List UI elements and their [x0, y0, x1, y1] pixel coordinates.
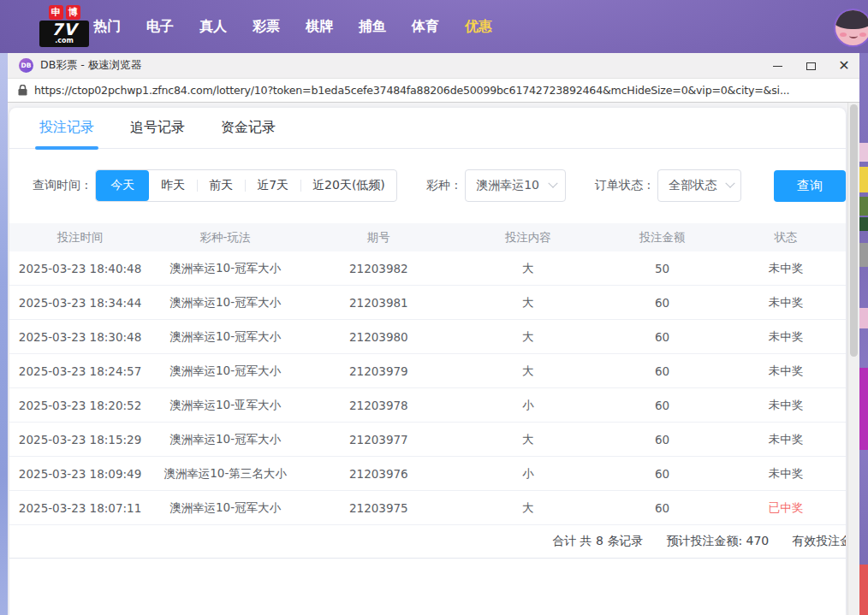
vertical-scrollbar[interactable] [847, 103, 859, 615]
nav-item-棋牌[interactable]: 棋牌 [305, 18, 334, 36]
summary-expected-amount: 预计投注金额: 470 [666, 534, 769, 549]
cell-status: 未中奖 [726, 364, 846, 379]
background-left-sliver [0, 53, 8, 615]
cell-content: 大 [458, 432, 598, 447]
cell-amount: 50 [598, 262, 726, 275]
cell-game: 澳洲幸运10-冠军大小 [151, 295, 300, 310]
nav-item-真人[interactable]: 真人 [199, 18, 228, 36]
table-row[interactable]: 2025-03-23 18:15:29澳洲幸运10-冠军大小21203977大6… [9, 423, 846, 457]
tab-追号记录[interactable]: 追号记录 [130, 108, 185, 148]
table-row[interactable]: 2025-03-23 18:40:48澳洲幸运10-冠军大小21203982大5… [9, 251, 846, 286]
table-row[interactable]: 2025-03-23 18:20:52澳洲幸运10-亚军大小21203978小6… [9, 388, 846, 423]
cell-content: 大 [458, 364, 598, 379]
logo-badge-2: 博 [66, 5, 80, 20]
table-header-row: 投注时间彩种-玩法期号投注内容投注金额状态 [9, 223, 846, 251]
cell-issue: 21203976 [300, 467, 458, 481]
cell-game: 澳洲幸运10-冠军大小 [151, 364, 300, 379]
table-row[interactable]: 2025-03-23 18:09:49澳洲幸运10-第三名大小21203976小… [9, 457, 846, 491]
cell-status: 未中奖 [726, 398, 846, 413]
cell-status: 已中奖 [726, 500, 846, 516]
logo-suffix-text: .com [41, 38, 87, 46]
cell-game: 澳洲幸运10-冠军大小 [151, 500, 300, 516]
time-option-昨天[interactable]: 昨天 [149, 170, 197, 201]
browser-window: DB DB彩票 - 极速浏览器 ✕ https://ctop02pchwp1.z… [8, 53, 859, 615]
tab-资金记录[interactable]: 资金记录 [221, 108, 276, 148]
header-cell-投注时间: 投注时间 [9, 230, 151, 245]
cell-status: 未中奖 [726, 466, 846, 482]
cell-time: 2025-03-23 18:20:52 [9, 399, 151, 412]
browser-urlbar[interactable]: https://ctop02pchwp1.zfnc84.com/lottery/… [8, 79, 859, 103]
url-text[interactable]: https://ctop02pchwp1.zfnc84.com/lottery/… [34, 84, 789, 97]
cell-time: 2025-03-23 18:15:29 [9, 433, 151, 446]
time-option-前天[interactable]: 前天 [197, 170, 245, 201]
nav-item-彩票[interactable]: 彩票 [252, 18, 281, 36]
chevron-down-icon [726, 179, 735, 188]
nav-item-热门[interactable]: 热门 [92, 18, 122, 36]
favicon-icon: DB [19, 58, 33, 73]
scrollbar-thumb[interactable] [850, 104, 858, 357]
lottery-filter-label: 彩种 : [426, 178, 458, 193]
avatar-hair [834, 9, 868, 29]
header-cell-投注内容: 投注内容 [458, 230, 598, 245]
nav-item-电子[interactable]: 电子 [146, 18, 175, 36]
cell-issue: 21203977 [300, 433, 458, 446]
cell-issue: 21203980 [300, 330, 458, 344]
lottery-select-value: 澳洲幸运10 [476, 178, 539, 193]
header-cell-彩种-玩法: 彩种-玩法 [151, 230, 300, 245]
browser-titlebar[interactable]: DB DB彩票 - 极速浏览器 ✕ [8, 53, 859, 79]
maximize-button[interactable] [804, 59, 817, 73]
table-row[interactable]: 2025-03-23 18:24:57澳洲幸运10-冠军大小21203979大6… [9, 354, 846, 388]
cell-issue: 21203978 [300, 399, 458, 412]
cell-time: 2025-03-23 18:30:48 [9, 330, 151, 344]
window-title: DB彩票 - 极速浏览器 [40, 58, 141, 73]
cell-time: 2025-03-23 18:09:49 [9, 467, 151, 481]
cell-issue: 21203979 [300, 364, 458, 378]
cell-game: 澳洲幸运10-亚军大小 [151, 398, 300, 413]
cell-content: 大 [458, 329, 598, 345]
nav-item-捕鱼[interactable]: 捕鱼 [358, 18, 387, 36]
table-row[interactable]: 2025-03-23 18:34:44澳洲幸运10-冠军大小21203981大6… [9, 286, 846, 320]
status-select-value: 全部状态 [669, 178, 716, 193]
cell-content: 大 [458, 295, 598, 310]
logo-badge-1: 申 [49, 5, 63, 20]
minimize-button[interactable] [770, 59, 784, 73]
site-nav-items: 热门电子真人彩票棋牌捕鱼体育优惠 [92, 0, 493, 53]
cell-game: 澳洲幸运10-第三名大小 [151, 466, 300, 482]
cell-amount: 60 [598, 501, 726, 515]
cell-amount: 60 [598, 467, 726, 481]
status-select[interactable]: 全部状态 [657, 169, 741, 202]
cell-time: 2025-03-23 18:34:44 [9, 296, 151, 310]
site-logo[interactable]: 申 博 7V .com [39, 5, 89, 47]
cell-time: 2025-03-23 18:07:11 [9, 501, 151, 515]
time-option-今天[interactable]: 今天 [96, 170, 149, 201]
content-card: 投注记录追号记录资金记录 查询时间 : 今天昨天前天近7天近20天(低频) 彩种… [9, 108, 846, 615]
cell-status: 未中奖 [726, 432, 846, 447]
summary-bar: 合计 共 8 条记录 预计投注金额: 470 有效投注金额: [9, 525, 846, 559]
cell-game: 澳洲幸运10-冠军大小 [151, 432, 300, 447]
search-button[interactable]: 查询 [774, 170, 846, 202]
header-cell-状态: 状态 [726, 230, 846, 245]
summary-total: 合计 共 8 条记录 [552, 534, 643, 549]
cell-amount: 60 [598, 364, 726, 378]
cell-status: 未中奖 [726, 261, 846, 276]
window-controls: ✕ [770, 53, 851, 79]
summary-valid-amount: 有效投注金额: [792, 534, 846, 549]
lottery-select[interactable]: 澳洲幸运10 [465, 169, 566, 202]
tab-投注记录[interactable]: 投注记录 [39, 108, 94, 148]
filter-bar: 查询时间 : 今天昨天前天近7天近20天(低频) 彩种 : 澳洲幸运10 订单状… [9, 169, 846, 202]
user-avatar[interactable] [834, 9, 868, 47]
close-button[interactable]: ✕ [837, 59, 851, 73]
time-option-近7天[interactable]: 近7天 [245, 170, 300, 201]
table-row[interactable]: 2025-03-23 18:07:11澳洲幸运10-冠军大小21203975大6… [9, 491, 846, 525]
cell-amount: 60 [598, 330, 726, 344]
cell-content: 小 [458, 398, 598, 413]
nav-item-优惠[interactable]: 优惠 [464, 18, 493, 36]
site-navbar: 申 博 7V .com 热门电子真人彩票棋牌捕鱼体育优惠 [0, 0, 868, 53]
time-filter-group: 今天昨天前天近7天近20天(低频) [95, 169, 397, 202]
bet-records-table: 投注时间彩种-玩法期号投注内容投注金额状态 2025-03-23 18:40:4… [9, 223, 846, 525]
cell-issue: 21203982 [300, 262, 458, 275]
table-row[interactable]: 2025-03-23 18:30:48澳洲幸运10-冠军大小21203980大6… [9, 320, 846, 354]
time-option-近20天(低频)[interactable]: 近20天(低频) [300, 170, 397, 201]
status-filter-label: 订单状态 : [595, 178, 651, 193]
nav-item-体育[interactable]: 体育 [411, 18, 440, 36]
